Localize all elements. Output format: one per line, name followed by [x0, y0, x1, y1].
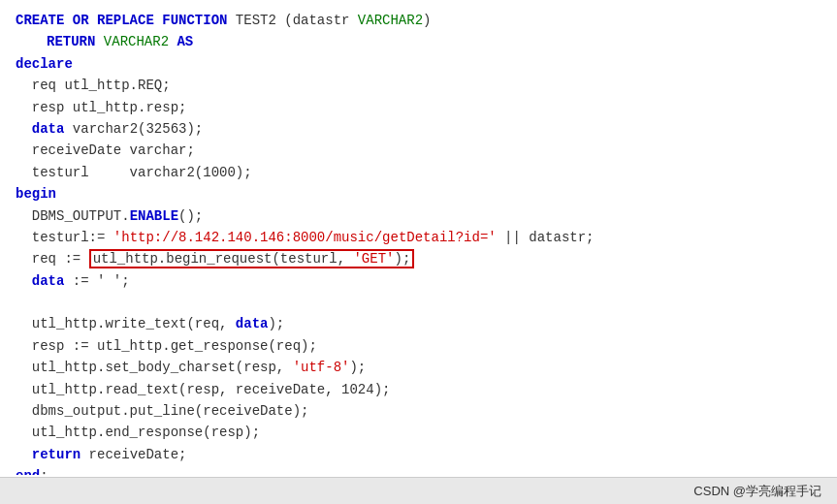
code-line-1: CREATE OR REPLACE FUNCTION TEST2 (datast… — [16, 10, 821, 31]
code-line-22: end; — [16, 465, 821, 475]
code-line-13: data := ' '; — [16, 270, 821, 292]
code-editor: CREATE OR REPLACE FUNCTION TEST2 (datast… — [0, 0, 837, 475]
code-line-19: dbms_output.put_line(receiveDate); — [16, 400, 821, 422]
code-line-16: resp := utl_http.get_response(req); — [16, 335, 821, 357]
code-line-21: return receiveDate; — [16, 444, 821, 465]
code-line-5: resp utl_http.resp; — [16, 97, 821, 118]
code-line-20: utl_http.end_response(resp); — [16, 422, 821, 443]
footer-label: CSDN @学亮编程手记 — [693, 483, 821, 500]
code-line-14 — [16, 292, 821, 313]
code-line-7: receiveDate varchar; — [16, 140, 821, 161]
code-line-11: testurl:= 'http://8.142.140.146:8000/mus… — [16, 227, 821, 248]
code-line-9: begin — [16, 183, 821, 205]
code-line-10: DBMS_OUTPUT.ENABLE(); — [16, 205, 821, 227]
code-line-18: utl_http.read_text(resp, receiveDate, 10… — [16, 379, 821, 400]
code-line-12: req := utl_http.begin_request(testurl, '… — [16, 248, 821, 269]
code-line-8: testurl varchar2(1000); — [16, 162, 821, 183]
code-line-6: data varchar2(32563); — [16, 118, 821, 140]
code-line-3: declare — [16, 53, 821, 75]
code-line-15: utl_http.write_text(req, data); — [16, 313, 821, 334]
footer-bar: CSDN @学亮编程手记 — [0, 477, 837, 504]
code-line-17: utl_http.set_body_charset(resp, 'utf-8')… — [16, 357, 821, 378]
code-line-4: req utl_http.REQ; — [16, 75, 821, 96]
code-line-2: RETURN VARCHAR2 AS — [16, 31, 821, 52]
